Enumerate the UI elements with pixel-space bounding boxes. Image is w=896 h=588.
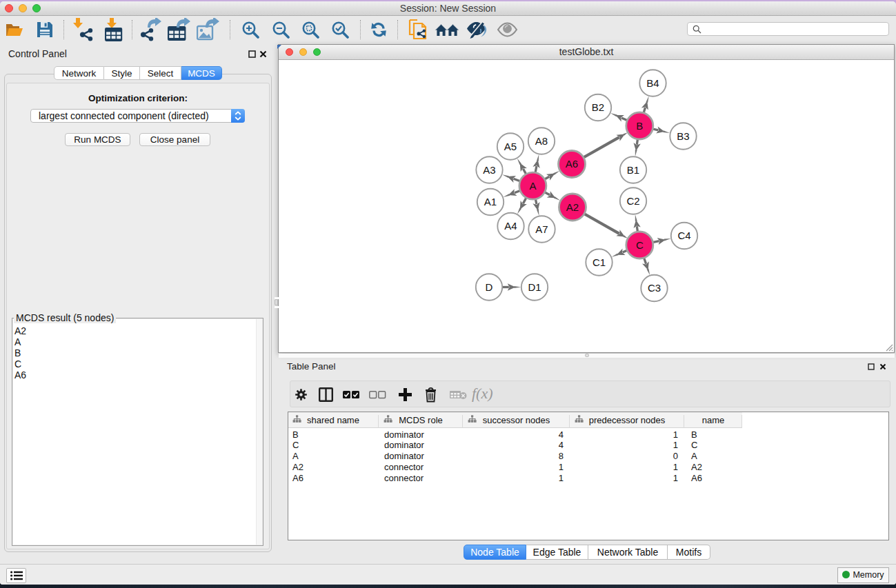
svg-text:A2: A2	[566, 201, 579, 213]
svg-text:A8: A8	[535, 135, 548, 147]
svg-text:B1: B1	[627, 164, 639, 176]
svg-text:D: D	[486, 281, 493, 293]
svg-text:A7: A7	[535, 223, 548, 235]
svg-text:A4: A4	[504, 220, 517, 232]
svg-text:A3: A3	[483, 164, 495, 176]
svg-text:A6: A6	[566, 158, 578, 170]
svg-text:D1: D1	[528, 281, 541, 293]
svg-text:A: A	[529, 180, 536, 192]
svg-text:C3: C3	[648, 282, 661, 294]
svg-text:A1: A1	[484, 196, 497, 207]
svg-text:C: C	[636, 239, 644, 251]
svg-text:B3: B3	[677, 130, 689, 142]
svg-text:B: B	[636, 120, 643, 132]
svg-text:C2: C2	[626, 195, 639, 207]
svg-text:C4: C4	[677, 230, 690, 241]
svg-text:C1: C1	[593, 256, 606, 268]
svg-text:B4: B4	[646, 77, 659, 89]
svg-text:A5: A5	[504, 141, 517, 152]
svg-text:B2: B2	[592, 101, 604, 113]
